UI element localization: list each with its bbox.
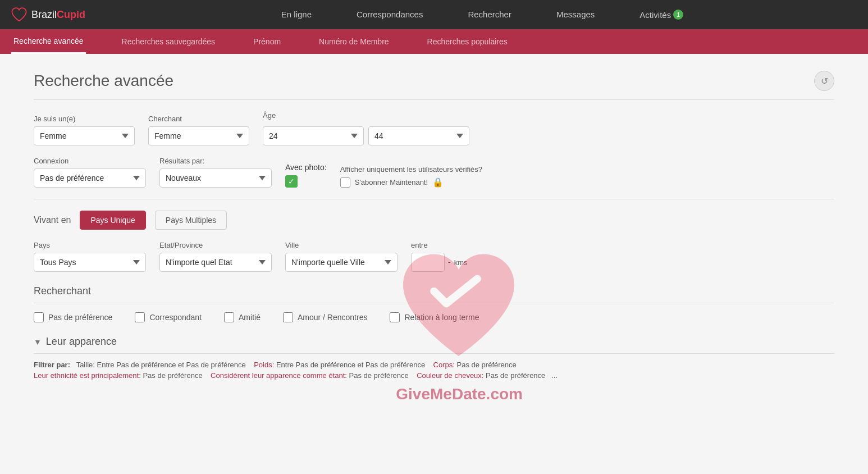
considerent-value: Pas de préférence	[349, 371, 409, 380]
resultats-select[interactable]: Nouveaux	[159, 168, 272, 188]
nav-en-ligne[interactable]: En ligne	[281, 10, 312, 20]
pays-label: Pays	[34, 241, 146, 249]
apparence-section: ▼ Leur apparence Filtrer par: Taille: En…	[34, 336, 834, 380]
afficher-label: Afficher uniquement les utilisateurs vér…	[340, 165, 482, 174]
age-label: Âge	[263, 111, 469, 120]
recherchant-title: Recherchant	[34, 285, 834, 303]
age-max-select[interactable]: 44	[368, 126, 469, 145]
nav-activites[interactable]: Activités 1	[639, 10, 683, 20]
etat-group: Etat/Province N'importe quel Etat	[159, 241, 272, 272]
cherchant-select[interactable]: Femme	[148, 126, 249, 145]
je-suis-label: Je suis un(e)	[34, 115, 135, 123]
considerent-label[interactable]: Considèrent leur apparence comme étant:	[211, 371, 347, 380]
nav-rechercher[interactable]: Rechercher	[468, 10, 511, 20]
ethnicite-label[interactable]: Leur ethnicité est principalement:	[34, 371, 141, 380]
lock-icon: 🔒	[432, 177, 444, 188]
age-min-select[interactable]: 24	[263, 126, 364, 145]
entre-label: entre	[411, 241, 468, 249]
checkbox-long-terme[interactable]: Relation à long terme	[390, 312, 479, 322]
apparence-title-text: Leur apparence	[46, 336, 117, 348]
page-title-row: Recherche avancée ↺	[34, 71, 834, 100]
je-suis-group: Je suis un(e) Femme	[34, 115, 135, 145]
filtrer-row-2: Leur ethnicité est principalement: Pas d…	[34, 371, 834, 380]
checkbox-amour[interactable]: Amour / Rencontres	[283, 312, 368, 322]
logo-brazil: Brazil	[31, 9, 57, 21]
connexion-group: Connexion Pas de préférence	[34, 157, 146, 188]
connexion-select[interactable]: Pas de préférence	[34, 168, 146, 188]
pays-multiples-button[interactable]: Pays Multiples	[155, 211, 227, 230]
taille-value: Entre Pas de préférence et Pas de préfér…	[97, 361, 246, 369]
chevron-down-icon: ▼	[34, 338, 42, 347]
vivant-section: Vivant en Pays Unique Pays Multiples Pay…	[34, 211, 834, 272]
verified-group: Afficher uniquement les utilisateurs vér…	[340, 165, 482, 188]
filtrer-label: Filtrer par:	[34, 361, 70, 369]
avec-photo-group: Avec photo:	[285, 163, 327, 188]
cheveux-label[interactable]: Couleur de cheveux:	[417, 371, 483, 380]
checkbox-amour-input[interactable]	[283, 312, 293, 322]
entre-group: entre - kms	[411, 241, 468, 272]
top-navigation: BrazilCupid En ligne Correspondances Rec…	[0, 0, 868, 29]
etat-label: Etat/Province	[159, 241, 272, 249]
subnav-recherches-populaires[interactable]: Recherches populaires	[425, 30, 510, 53]
kms-label: kms	[454, 258, 468, 267]
top-nav-links: En ligne Correspondances Rechercher Mess…	[108, 10, 857, 20]
taille-label: Taille:	[76, 361, 95, 369]
recherchant-checkboxes: Pas de préférence Correspondant Amitié A…	[34, 312, 834, 322]
corps-value: Pas de préférence	[457, 361, 517, 369]
checkbox-correspondant[interactable]: Correspondant	[135, 312, 202, 322]
checkbox-pas-preference-input[interactable]	[34, 312, 44, 322]
checkbox-correspondant-input[interactable]	[135, 312, 145, 322]
entre-inputs: - kms	[411, 253, 468, 272]
cherchant-label: Cherchant	[148, 115, 249, 123]
nav-correspondances[interactable]: Correspondances	[357, 10, 423, 20]
subnav-recherches-sauvegardees[interactable]: Recherches sauvegardées	[120, 30, 218, 53]
ville-label: Ville	[285, 241, 398, 249]
checkbox-long-terme-input[interactable]	[390, 312, 400, 322]
logo-heart-icon	[11, 7, 27, 22]
poids-value: Entre Pas de préférence et Pas de préfér…	[276, 361, 425, 369]
poids-label[interactable]: Poids:	[254, 361, 274, 369]
pays-select[interactable]: Tous Pays	[34, 253, 146, 272]
cheveux-value: Pas de préférence	[486, 371, 545, 380]
cherchant-group: Cherchant Femme	[148, 115, 249, 145]
pays-unique-button[interactable]: Pays Unique	[80, 211, 145, 230]
location-row: Pays Tous Pays Etat/Province N'importe q…	[34, 241, 834, 272]
logo[interactable]: BrazilCupid	[11, 7, 85, 22]
verified-row: S'abonner Maintenant! 🔒	[340, 177, 482, 188]
verified-checkbox[interactable]	[340, 177, 350, 188]
reset-button[interactable]: ↺	[814, 71, 834, 91]
subnav-prenom[interactable]: Prénom	[251, 30, 283, 53]
form-row-2: Connexion Pas de préférence Résultats pa…	[34, 157, 834, 188]
activites-badge: 1	[673, 10, 683, 20]
subnav-numero-membre[interactable]: Numéro de Membre	[317, 30, 391, 53]
nav-messages[interactable]: Messages	[556, 10, 595, 20]
apparence-title[interactable]: ▼ Leur apparence	[34, 336, 834, 354]
checkbox-correspondant-label: Correspondant	[149, 313, 202, 322]
givemedate-watermark: GiveMeDate.com	[396, 385, 523, 403]
logo-cupid: Cupid	[57, 9, 85, 21]
je-suis-select[interactable]: Femme	[34, 126, 135, 145]
avec-photo-label: Avec photo:	[285, 163, 327, 172]
checkbox-amitie[interactable]: Amitié	[224, 312, 261, 322]
checkbox-amitie-input[interactable]	[224, 312, 234, 322]
more-indicator: ...	[551, 371, 558, 380]
checkbox-pas-preference[interactable]: Pas de préférence	[34, 312, 112, 322]
section-divider-1	[34, 199, 834, 199]
subnav-recherche-avancee[interactable]: Recherche avancée	[11, 30, 86, 54]
form-row-1: Je suis un(e) Femme Cherchant Femme Âge …	[34, 111, 834, 145]
avec-photo-checkbox[interactable]	[285, 175, 298, 188]
recherchant-section: Recherchant Pas de préférence Correspond…	[34, 285, 834, 322]
resultats-group: Résultats par: Nouveaux	[159, 157, 272, 188]
vivant-label: Vivant en	[34, 215, 71, 225]
checkbox-amour-label: Amour / Rencontres	[298, 313, 368, 322]
main-content: GiveMeDate.com Recherche avancée ↺ Je su…	[0, 54, 868, 474]
resultats-label: Résultats par:	[159, 157, 272, 165]
filtrer-row-1: Filtrer par: Taille: Entre Pas de préfér…	[34, 361, 834, 369]
entre-min-input[interactable]	[411, 253, 445, 272]
age-group: Âge 24 44	[263, 111, 469, 145]
vivant-header: Vivant en Pays Unique Pays Multiples	[34, 211, 834, 230]
ville-select[interactable]: N'importe quelle Ville	[285, 253, 398, 272]
etat-select[interactable]: N'importe quel Etat	[159, 253, 272, 272]
corps-label[interactable]: Corps:	[433, 361, 455, 369]
ville-group: Ville N'importe quelle Ville	[285, 241, 398, 272]
